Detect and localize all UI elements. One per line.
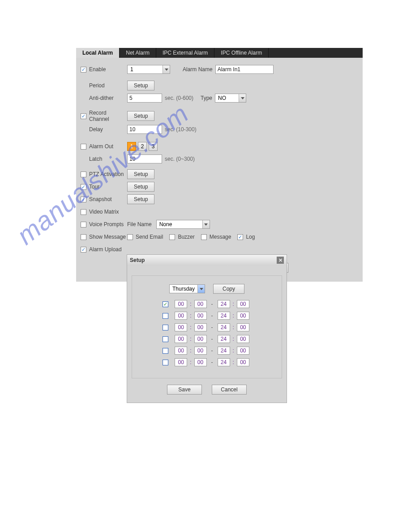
alarm-upload-checkbox[interactable]: [81, 247, 86, 253]
buzzer-label: Buzzer: [178, 234, 194, 240]
schedule-row-checkbox[interactable]: [163, 313, 168, 319]
settings-panel: Enable 1 Alarm Name Period Setup Anti-di…: [76, 58, 363, 282]
start-hour-input[interactable]: [175, 358, 187, 366]
tab-net-alarm[interactable]: Net Alarm: [120, 48, 156, 58]
dialog-save-button[interactable]: Save: [167, 385, 202, 395]
record-channel-setup-button[interactable]: Setup: [127, 111, 154, 121]
snapshot-checkbox[interactable]: [81, 197, 86, 202]
alarm-out-2-button[interactable]: 2: [138, 142, 147, 151]
tab-ipc-offline-alarm[interactable]: IPC Offline Alarm: [214, 48, 269, 58]
start-minute-input[interactable]: [194, 335, 207, 343]
time-colon: :: [190, 301, 191, 307]
tab-ipc-external-alarm[interactable]: IPC External Alarm: [156, 48, 214, 58]
time-dash: -: [211, 348, 213, 354]
dialog-copy-button[interactable]: Copy: [213, 284, 244, 294]
snapshot-label: Snapshot: [89, 196, 127, 202]
start-hour-input[interactable]: [175, 335, 187, 343]
time-colon: :: [233, 324, 234, 330]
start-hour-input[interactable]: [175, 300, 187, 308]
show-message-checkbox[interactable]: [81, 234, 86, 240]
chevron-down-icon: [202, 220, 210, 228]
time-colon: :: [190, 324, 191, 330]
log-label: Log: [246, 234, 255, 240]
end-minute-input[interactable]: [237, 300, 249, 308]
latch-input[interactable]: [127, 154, 162, 163]
chevron-down-icon: [239, 94, 246, 102]
time-dash: -: [211, 301, 213, 307]
alarm-out-1-button[interactable]: 1: [127, 142, 136, 151]
day-select[interactable]: Thursday: [169, 284, 205, 293]
video-matrix-checkbox[interactable]: [81, 209, 86, 215]
ptz-setup-button[interactable]: Setup: [127, 169, 154, 179]
tab-local-alarm[interactable]: Local Alarm: [76, 48, 120, 58]
type-select[interactable]: NO: [215, 94, 246, 103]
record-channel-label: Record Channel: [89, 110, 127, 122]
schedule-row-checkbox[interactable]: [163, 325, 168, 330]
tour-setup-button[interactable]: Setup: [127, 182, 154, 192]
voice-prompts-checkbox[interactable]: [81, 222, 86, 227]
alarm-name-input[interactable]: [215, 65, 274, 74]
file-name-select[interactable]: None: [156, 220, 210, 229]
period-setup-button[interactable]: Setup: [127, 81, 154, 90]
log-checkbox[interactable]: [237, 234, 243, 240]
buzzer-checkbox[interactable]: [169, 234, 175, 240]
start-minute-input[interactable]: [194, 300, 207, 308]
start-hour-input[interactable]: [175, 312, 187, 320]
chevron-down-icon: [163, 65, 170, 73]
video-matrix-label: Video Matrix: [89, 209, 138, 215]
time-colon: :: [233, 348, 234, 354]
delay-label: Delay: [89, 126, 127, 133]
end-minute-input[interactable]: [237, 323, 249, 331]
schedule-row-checkbox[interactable]: [163, 336, 168, 342]
ptz-activation-checkbox[interactable]: [81, 172, 86, 177]
delay-input[interactable]: [127, 125, 162, 134]
enable-checkbox[interactable]: [81, 67, 86, 73]
time-colon: :: [190, 313, 191, 319]
alarm-out-checkbox[interactable]: [81, 144, 86, 150]
end-hour-input[interactable]: [218, 312, 230, 320]
schedule-row-checkbox[interactable]: [163, 348, 168, 354]
start-minute-input[interactable]: [194, 312, 207, 320]
end-hour-input[interactable]: [218, 335, 230, 343]
end-minute-input[interactable]: [237, 347, 249, 355]
schedule-row: :-:: [148, 335, 265, 343]
record-channel-checkbox[interactable]: [81, 113, 86, 119]
end-hour-input[interactable]: [218, 300, 230, 308]
schedule-row: :-:: [148, 323, 265, 331]
time-colon: :: [233, 336, 234, 342]
close-icon[interactable]: ✕: [277, 257, 284, 264]
tab-bar: Local Alarm Net Alarm IPC External Alarm…: [76, 48, 363, 58]
send-email-checkbox[interactable]: [127, 234, 133, 240]
start-minute-input[interactable]: [194, 358, 207, 366]
start-minute-input[interactable]: [194, 347, 207, 355]
channel-select-value: 1: [128, 66, 136, 73]
period-label: Period: [89, 82, 127, 89]
alarm-name-label: Alarm Name: [183, 66, 213, 73]
schedule-row-checkbox[interactable]: [163, 360, 168, 365]
alarm-out-3-button[interactable]: 3: [149, 142, 158, 151]
tour-checkbox[interactable]: [81, 184, 86, 190]
start-hour-input[interactable]: [175, 347, 187, 355]
alarm-config-window: Local Alarm Net Alarm IPC External Alarm…: [76, 48, 363, 282]
anti-dither-input[interactable]: [127, 94, 162, 103]
chevron-down-icon: [197, 285, 205, 293]
end-minute-input[interactable]: [237, 335, 249, 343]
anti-dither-hint: sec. (0-600): [165, 95, 193, 101]
time-dash: -: [211, 359, 213, 365]
end-minute-input[interactable]: [237, 358, 249, 366]
snapshot-setup-button[interactable]: Setup: [127, 194, 154, 204]
show-message-label: Show Message: [89, 234, 127, 240]
channel-select[interactable]: 1: [127, 65, 170, 74]
message-checkbox[interactable]: [201, 234, 207, 240]
start-minute-input[interactable]: [194, 323, 207, 331]
schedule-row: :-:: [148, 312, 265, 320]
schedule-row-checkbox[interactable]: [163, 301, 168, 307]
schedule-panel: Thursday Copy :-::-::-::-::-::-:: [132, 275, 282, 378]
end-hour-input[interactable]: [218, 347, 230, 355]
start-hour-input[interactable]: [175, 323, 187, 331]
end-hour-input[interactable]: [218, 358, 230, 366]
dialog-cancel-button[interactable]: Cancel: [212, 385, 247, 395]
end-hour-input[interactable]: [218, 323, 230, 331]
time-colon: :: [190, 336, 191, 342]
end-minute-input[interactable]: [237, 312, 249, 320]
